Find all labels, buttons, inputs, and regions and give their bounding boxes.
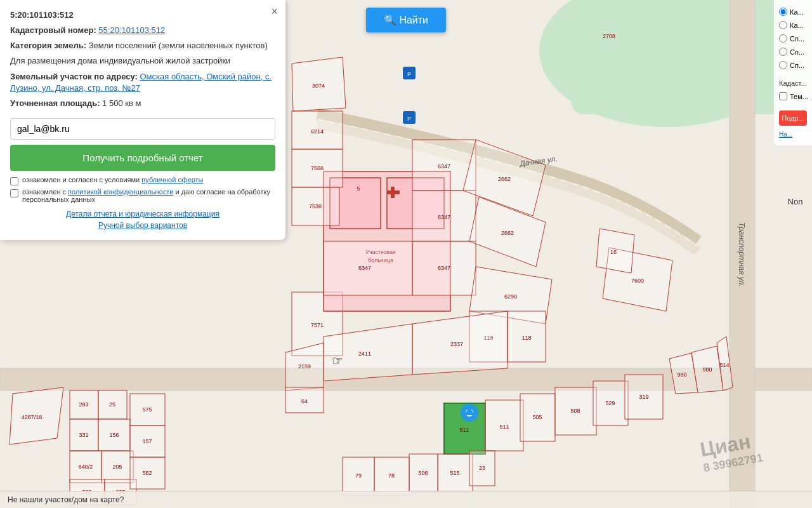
tema-check[interactable]: Тем... <box>779 92 807 100</box>
svg-text:6347: 6347 <box>438 214 450 220</box>
svg-text:157: 157 <box>142 438 152 444</box>
panel-title: 5:20:101103:512 <box>10 10 275 20</box>
address-label: Земельный участок по адресу: <box>10 72 138 81</box>
svg-rect-35 <box>391 187 395 198</box>
svg-text:2411: 2411 <box>358 351 371 357</box>
svg-text:6347: 6347 <box>438 163 450 170</box>
search-button[interactable]: 🔍 Найти <box>366 8 446 32</box>
svg-text:511: 511 <box>499 424 509 430</box>
category-label: Категория земель: <box>10 41 86 50</box>
svg-text:980: 980 <box>677 371 686 378</box>
radio-label-2: Ка... <box>790 22 804 29</box>
area-value: 1 500 кв м <box>102 98 141 108</box>
non-label: Non <box>778 187 812 217</box>
svg-text:7538: 7538 <box>309 203 322 210</box>
radio-input-1[interactable] <box>779 8 787 16</box>
right-panel: Ка... Ка... Сп... Сп... Сп... Кадаст... … <box>774 0 812 145</box>
svg-text:514: 514 <box>719 362 729 368</box>
svg-text:562: 562 <box>142 470 152 476</box>
svg-text:508: 508 <box>570 408 580 414</box>
podp-button[interactable]: Подр... <box>779 110 807 126</box>
svg-text:6347: 6347 <box>438 265 450 271</box>
checkbox2-text: ознакомлен с политикой конфиденциальност… <box>22 188 275 203</box>
tema-checkbox[interactable] <box>779 92 787 100</box>
svg-text:640/2: 640/2 <box>79 464 93 470</box>
svg-text:7600: 7600 <box>631 277 644 284</box>
svg-text:2159: 2159 <box>298 363 311 370</box>
tema-label: Тем... <box>790 93 808 100</box>
bottom-bar: Не нашли участок/дом на карте? <box>0 491 812 508</box>
radio-option-3[interactable]: Сп... <box>779 34 807 43</box>
cadastral-label: Кадастровый номер: <box>10 25 96 35</box>
svg-text:156: 156 <box>109 432 119 438</box>
svg-text:☞: ☞ <box>332 354 343 368</box>
svg-text:4287/18: 4287/18 <box>22 414 43 420</box>
svg-text:283: 283 <box>79 401 88 408</box>
manual-link[interactable]: Ручной выбор вариантов <box>98 221 187 230</box>
svg-text:Р: Р <box>407 116 411 122</box>
address-row: Земельный участок по адресу: Омская обла… <box>10 71 275 94</box>
svg-text:5: 5 <box>357 185 360 192</box>
svg-text:6290: 6290 <box>504 293 517 300</box>
radio-option-1[interactable]: Ка... <box>779 8 807 16</box>
svg-text:575: 575 <box>142 406 152 413</box>
svg-text:319: 319 <box>639 394 648 400</box>
svg-text:16: 16 <box>610 249 617 255</box>
category-row: Категория земель: Земли поселений (земли… <box>10 40 275 51</box>
radio-option-4[interactable]: Сп... <box>779 48 807 56</box>
svg-text:25: 25 <box>109 401 115 408</box>
radio-input-3[interactable] <box>779 34 787 43</box>
svg-text:64: 64 <box>301 398 308 404</box>
checkbox2[interactable] <box>10 189 18 197</box>
radio-option-2[interactable]: Ка... <box>779 21 807 29</box>
radio-input-5[interactable] <box>779 61 787 69</box>
email-input[interactable] <box>10 118 275 140</box>
svg-text:78: 78 <box>388 472 395 479</box>
purpose-row: Для размещения дома индивидуальной жилой… <box>10 55 275 67</box>
svg-text:6214: 6214 <box>311 128 324 135</box>
checkbox1-text: ознакомлен и согласен с условиями публич… <box>22 176 204 184</box>
svg-text:2337: 2337 <box>450 341 463 347</box>
bottom-text: Не нашли участок/дом на карте? <box>8 495 124 504</box>
radio-input-4[interactable] <box>779 48 787 56</box>
close-button[interactable]: × <box>271 5 278 18</box>
svg-text:980: 980 <box>702 366 712 373</box>
panel-links: Детали отчета и юридическая информация Р… <box>10 210 275 230</box>
svg-text:118: 118 <box>521 335 531 341</box>
details-link[interactable]: Детали отчета и юридическая информация <box>66 210 219 218</box>
svg-text:79: 79 <box>355 472 362 479</box>
kadastr-label: Кадаст... <box>779 79 807 87</box>
radio-label-3: Сп... <box>790 35 804 43</box>
oferta-link[interactable]: публичной оферты <box>141 176 203 184</box>
search-bar: 🔍 Найти <box>366 8 446 32</box>
svg-text:Транспортная ул.: Транспортная ул. <box>737 222 746 287</box>
checkbox1-row: ознакомлен и согласен с условиями публич… <box>10 176 275 185</box>
svg-text:7571: 7571 <box>311 322 324 328</box>
get-report-button[interactable]: Получить подробный отчет <box>10 145 275 171</box>
cadastral-number-link[interactable]: 55:20:101103:512 <box>98 25 165 35</box>
checkbox1[interactable] <box>10 177 18 185</box>
svg-text:3074: 3074 <box>312 83 325 89</box>
radio-option-5[interactable]: Сп... <box>779 61 807 69</box>
svg-text:2662: 2662 <box>501 230 514 236</box>
privacy-link[interactable]: политикой конфиденциальности <box>68 188 173 196</box>
svg-text:Р: Р <box>407 71 411 77</box>
svg-text:23: 23 <box>479 465 485 471</box>
info-panel: 5:20:101103:512 × Кадастровый номер: 55:… <box>0 0 285 240</box>
category-value: Земли поселений (земли населенных пункто… <box>89 41 268 50</box>
area-row: Уточненная площадь: 1 500 кв м <box>10 98 275 109</box>
svg-text:515: 515 <box>450 470 459 476</box>
svg-text:506: 506 <box>418 470 428 476</box>
purpose-value: Для размещения дома индивидуальной жилой… <box>10 56 230 65</box>
svg-text:529: 529 <box>605 400 615 406</box>
cadastral-row: Кадастровый номер: 55:20:101103:512 <box>10 25 275 36</box>
svg-text:331: 331 <box>79 432 88 438</box>
checkbox2-row: ознакомлен с политикой конфиденциальност… <box>10 188 275 203</box>
area-label: Уточненная площадь: <box>10 98 100 108</box>
radio-input-2[interactable] <box>779 21 787 29</box>
svg-text:505: 505 <box>532 414 542 420</box>
na-label: На... <box>779 131 807 138</box>
svg-text:2662: 2662 <box>498 176 511 182</box>
svg-text:6347: 6347 <box>358 265 371 271</box>
radio-label-4: Сп... <box>790 48 804 56</box>
